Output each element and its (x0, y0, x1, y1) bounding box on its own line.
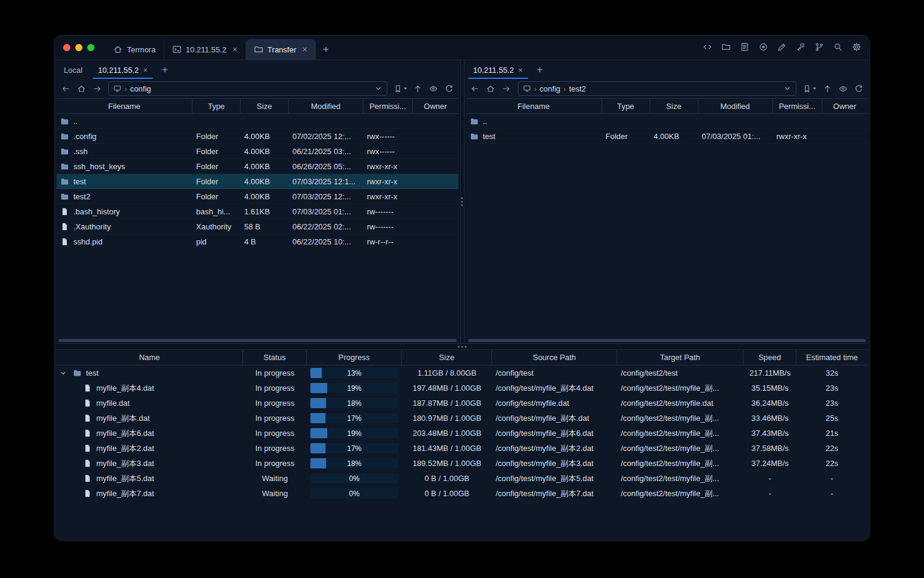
column-header[interactable]: Type (602, 99, 650, 113)
file-row[interactable]: testFolder4.00KB07/03/2025 01:...rwxr-xr… (466, 129, 868, 144)
highlighter-icon[interactable] (775, 40, 789, 54)
folder-icon (60, 117, 69, 126)
path-field[interactable]: › config › test2 (518, 81, 797, 96)
panel-tab-remote[interactable]: 10.211.55.2 × (466, 60, 531, 79)
log-icon[interactable] (738, 40, 751, 54)
column-header[interactable]: Owner (413, 99, 458, 113)
path-field[interactable]: › config (108, 81, 387, 96)
search-icon[interactable] (831, 40, 845, 54)
bookmark-button[interactable] (392, 81, 410, 96)
progress-cell: 18% (307, 396, 402, 411)
breadcrumb-segment[interactable]: config (540, 84, 561, 93)
permissions-cell (363, 114, 413, 128)
forward-button[interactable] (499, 81, 514, 96)
code-icon[interactable] (701, 40, 714, 54)
chevron-down-icon[interactable] (783, 84, 792, 93)
horizontal-splitter[interactable] (55, 343, 869, 350)
panel-new-tab-button[interactable]: + (155, 60, 174, 79)
up-directory-button[interactable] (411, 81, 425, 96)
column-header[interactable]: Filename (466, 99, 602, 113)
scrollbar-thumb[interactable] (468, 339, 866, 342)
column-header[interactable]: Status (243, 350, 307, 365)
file-row[interactable]: sshd.pidpid4 B06/22/2025 10:...rw-r--r-- (57, 234, 458, 249)
column-header[interactable]: Filename (57, 99, 192, 113)
breadcrumb-segment[interactable]: test2 (569, 84, 586, 93)
column-header[interactable]: Size (650, 99, 698, 113)
permissions-cell (773, 114, 822, 128)
panel-new-tab-button[interactable]: + (531, 60, 549, 79)
column-header[interactable]: Owner (822, 99, 868, 113)
vertical-splitter[interactable] (460, 60, 464, 343)
transfer-row[interactable]: myfile_副本.datIn progress17%180.97MB / 1.… (57, 411, 867, 426)
column-header[interactable]: Modified (289, 99, 363, 113)
tab-transfer[interactable]: Transfer × (246, 39, 316, 60)
panel-tab-local[interactable]: Local (56, 60, 90, 79)
folder-icon[interactable] (719, 40, 733, 54)
transfer-row[interactable]: myfile_副本6.datIn progress19%203.48MB / 1… (57, 426, 867, 441)
column-header[interactable]: Permissi... (773, 99, 822, 113)
file-row[interactable]: ssh_host_keysFolder4.00KB06/26/2025 05:.… (57, 159, 458, 174)
refresh-button[interactable] (851, 81, 866, 96)
settings-icon[interactable] (850, 40, 863, 54)
file-row[interactable]: test2Folder4.00KB07/03/2025 12:...rwxr-x… (57, 189, 458, 204)
home-button[interactable] (484, 81, 498, 96)
column-header[interactable]: Target Path (617, 350, 744, 365)
transfer-name-cell: myfile_副本7.dat (57, 486, 243, 501)
transfer-row[interactable]: myfile_副本7.datWaiting0%0 B / 1.00GB/conf… (57, 486, 867, 501)
file-row[interactable]: .. (466, 114, 868, 129)
show-hidden-button[interactable] (427, 81, 441, 96)
tab-host-10-211-55-2[interactable]: 10.211.55.2 × (164, 39, 246, 60)
refresh-button[interactable] (442, 81, 457, 96)
transfer-row[interactable]: myfile_副本2.datIn progress17%181.43MB / 1… (57, 441, 867, 456)
transfer-row[interactable]: myfile_副本4.datIn progress19%197.48MB / 1… (57, 381, 867, 396)
show-hidden-button[interactable] (836, 81, 850, 96)
zoom-window-button[interactable] (87, 44, 94, 51)
forward-button[interactable] (90, 81, 104, 96)
tab-termora[interactable]: Termora (105, 39, 164, 60)
owner-cell (413, 219, 458, 234)
file-row[interactable]: .bash_historybash_hi...1.61KB07/03/2025 … (57, 204, 458, 219)
column-header[interactable]: Progress (307, 350, 402, 365)
scrollbar-thumb[interactable] (58, 339, 457, 342)
home-button[interactable] (74, 81, 88, 96)
bookmark-button[interactable] (801, 81, 819, 96)
file-row[interactable]: .configFolder4.00KB07/02/2025 12:...rwx-… (57, 129, 458, 144)
source-path-cell: /config/test/myfile.dat (492, 396, 617, 411)
transfer-row[interactable]: myfile.datIn progress18%187.87MB / 1.00G… (57, 396, 867, 411)
file-row[interactable]: .sshFolder4.00KB06/21/2025 03:...rwx----… (57, 144, 458, 159)
panel-tab-remote[interactable]: 10.211.55.2 × (90, 60, 155, 79)
column-header[interactable]: Modified (698, 99, 773, 113)
branch-icon[interactable] (813, 40, 826, 54)
column-header[interactable]: Speed (744, 350, 796, 365)
column-header[interactable]: Size (241, 99, 289, 113)
transfer-row[interactable]: myfile_副本3.datIn progress18%189.52MB / 1… (57, 456, 867, 471)
up-directory-button[interactable] (820, 81, 834, 96)
file-row[interactable]: testFolder4.00KB07/03/2025 12:1...rwxr-x… (57, 174, 458, 189)
transfer-row[interactable]: testIn progress13%1.11GB / 8.00GB/config… (57, 365, 867, 381)
close-tab-icon[interactable]: × (518, 66, 523, 74)
minimize-window-button[interactable] (75, 44, 82, 51)
transfer-row[interactable]: myfile_副本5.datWaiting0%0 B / 1.00GB/conf… (57, 471, 867, 486)
column-header[interactable]: Type (192, 99, 241, 113)
column-header[interactable]: Size (402, 350, 492, 365)
column-header[interactable]: Name (57, 350, 243, 365)
column-header[interactable]: Source Path (492, 350, 617, 365)
column-header[interactable]: Estimated time (796, 350, 867, 365)
back-button[interactable] (58, 81, 73, 96)
breadcrumb-segment[interactable]: config (130, 84, 151, 93)
close-window-button[interactable] (63, 44, 70, 51)
chevron-down-icon[interactable] (59, 369, 67, 378)
new-tab-button[interactable]: + (316, 39, 336, 60)
record-icon[interactable] (757, 40, 770, 54)
column-header[interactable]: Permissi... (363, 99, 413, 113)
key-icon[interactable] (794, 40, 807, 54)
file-row[interactable]: .. (57, 114, 458, 129)
horizontal-scrollbar[interactable] (57, 338, 458, 343)
file-row[interactable]: .XauthorityXauthority58 B06/22/2025 02:.… (57, 219, 458, 234)
close-tab-icon[interactable]: × (143, 66, 148, 74)
chevron-down-icon[interactable] (374, 84, 383, 93)
close-tab-icon[interactable]: × (303, 45, 307, 54)
back-button[interactable] (468, 81, 482, 96)
horizontal-scrollbar[interactable] (466, 338, 868, 343)
close-tab-icon[interactable]: × (232, 45, 237, 54)
